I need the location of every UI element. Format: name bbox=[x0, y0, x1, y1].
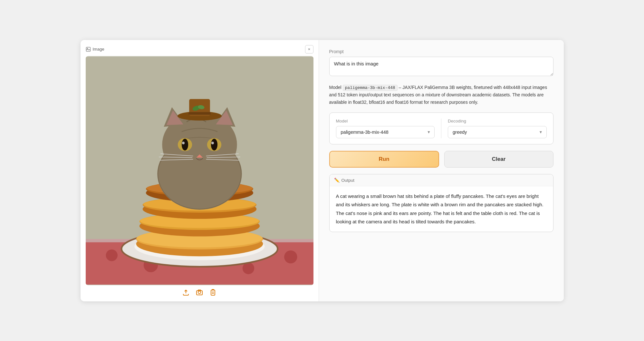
image-label-text: Image bbox=[93, 47, 104, 52]
svg-point-1 bbox=[87, 48, 88, 49]
image-icon bbox=[86, 47, 91, 52]
cat-pancakes-svg bbox=[86, 56, 313, 285]
decoding-select-group: Decoding greedy beam_search sampling ▼ bbox=[448, 119, 547, 138]
prompt-section: Prompt What is in this image bbox=[329, 49, 553, 77]
model-desc-pre: Model bbox=[329, 85, 343, 90]
image-toolbar bbox=[86, 285, 313, 297]
svg-point-51 bbox=[198, 291, 201, 294]
model-code-inline: paligemma-3b-mix-448 bbox=[343, 85, 398, 91]
svg-rect-53 bbox=[211, 290, 215, 295]
svg-point-34 bbox=[181, 139, 188, 150]
svg-point-35 bbox=[182, 141, 184, 144]
model-select-group: Model paligemma-3b-mix-448 paligemma-3b-… bbox=[336, 119, 435, 138]
left-panel: Image × bbox=[81, 40, 319, 301]
close-icon: × bbox=[308, 47, 311, 52]
camera-icon[interactable] bbox=[196, 288, 203, 296]
output-icon: ✏️ bbox=[334, 178, 340, 183]
image-label-container: Image bbox=[86, 47, 104, 52]
svg-point-9 bbox=[284, 250, 297, 263]
image-header: Image × bbox=[86, 45, 313, 54]
svg-point-38 bbox=[211, 141, 214, 144]
model-select-label: Model bbox=[336, 119, 435, 123]
run-button[interactable]: Run bbox=[329, 151, 439, 168]
output-header: ✏️ Output bbox=[330, 174, 553, 186]
close-button[interactable]: × bbox=[305, 45, 313, 54]
output-text: A cat wearing a small brown hat sits beh… bbox=[330, 186, 553, 232]
model-select[interactable]: paligemma-3b-mix-448 paligemma-3b-mix-22… bbox=[336, 126, 435, 138]
image-display bbox=[86, 56, 313, 285]
decoding-select-wrapper: greedy beam_search sampling ▼ bbox=[448, 126, 547, 138]
output-section: ✏️ Output A cat wearing a small brown ha… bbox=[329, 174, 553, 232]
svg-rect-48 bbox=[188, 112, 211, 114]
buttons-row: Run Clear bbox=[329, 151, 553, 168]
upload-icon[interactable] bbox=[182, 288, 190, 296]
app-container: Image × bbox=[81, 40, 564, 301]
prompt-label: Prompt bbox=[329, 49, 553, 54]
decoding-select-label: Decoding bbox=[448, 119, 547, 123]
svg-point-37 bbox=[211, 139, 217, 150]
output-label: Output bbox=[341, 178, 355, 183]
right-panel: Prompt What is in this image Model palig… bbox=[319, 40, 564, 301]
svg-point-5 bbox=[106, 249, 117, 261]
model-description: Model paligemma-3b-mix-448 – JAX/FLAX Pa… bbox=[329, 84, 553, 106]
clipboard-icon[interactable] bbox=[209, 288, 217, 296]
decoding-select[interactable]: greedy beam_search sampling bbox=[448, 126, 547, 138]
selects-divider bbox=[441, 119, 441, 138]
prompt-input[interactable]: What is in this image bbox=[329, 57, 553, 76]
selects-row: Model paligemma-3b-mix-448 paligemma-3b-… bbox=[329, 112, 553, 144]
clear-button[interactable]: Clear bbox=[444, 151, 553, 168]
model-select-wrapper: paligemma-3b-mix-448 paligemma-3b-mix-22… bbox=[336, 126, 435, 138]
